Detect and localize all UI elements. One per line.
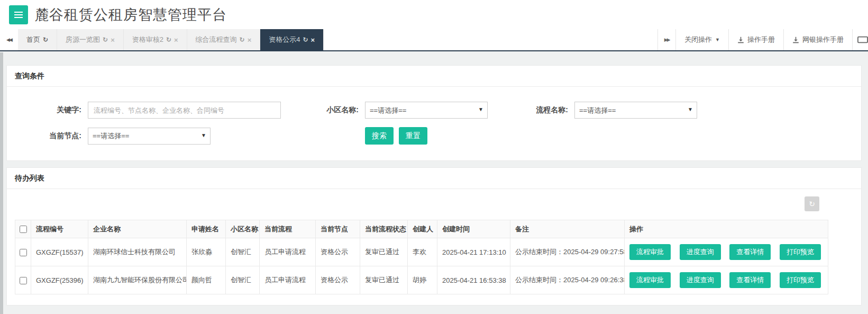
cell-company: 湖南九九智能环保股份有限公司 — [88, 266, 187, 294]
download-icon — [792, 37, 799, 43]
row-checkbox[interactable] — [20, 277, 27, 284]
community-select-wrap: ==请选择== ▼ — [365, 102, 488, 119]
cell-company: 湖南环球信士科技有限公司 — [88, 238, 187, 266]
tab-process-query[interactable]: 综合流程查询 ↻ × — [187, 29, 261, 50]
tab-qualification-publicity-active[interactable]: 资格公示4 ↻ × — [260, 29, 324, 50]
keyword-label: 关键字: — [15, 105, 88, 115]
todo-table: 流程编号 企业名称 申请姓名 小区名称 当前流程 当前节点 当前流程状态 创建人… — [15, 220, 828, 294]
refresh-tab-icon[interactable]: ↻ — [166, 36, 171, 43]
cell-code: GXGZF(25396) — [31, 266, 88, 294]
tabs-scroll-right-icon[interactable]: ▶▶ — [657, 29, 675, 50]
print-preview-button[interactable]: 打印预览 — [780, 244, 821, 260]
tab-label: 房源一览图 — [66, 35, 100, 44]
todo-panel: 待办列表 ↻ 流程编号 企业名称 申请姓名 — [6, 167, 862, 306]
query-form: 关键字: 小区名称: ==请选择== ▼ 流程名称: ==请选择== ▼ 当前节… — [7, 87, 861, 160]
cell-status: 复审已通过 — [360, 266, 408, 294]
cell-created: 2025-04-21 17:13:10 — [437, 238, 510, 266]
page-title: 麓谷租赁公租房智慧管理平台 — [34, 5, 227, 24]
hamburger-icon — [14, 12, 23, 13]
col-creator: 创建人 — [408, 220, 437, 238]
tabs-scroll-left-icon[interactable]: ◀◀ — [0, 29, 18, 50]
table-row: GXGZF(15537) 湖南环球信士科技有限公司 张欣淼 创智汇 员工申请流程… — [15, 238, 828, 266]
view-details-button[interactable]: 查看详情 — [729, 244, 771, 260]
cell-creator: 李欢 — [408, 238, 437, 266]
col-company: 企业名称 — [88, 220, 187, 238]
cell-flow: 员工申请流程 — [260, 266, 316, 294]
close-tab-icon[interactable]: × — [248, 36, 252, 44]
download-icon — [737, 37, 744, 43]
tab-home[interactable]: 首页 ↻ — [18, 29, 57, 50]
todo-panel-title: 待办列表 — [7, 168, 861, 189]
col-community: 小区名称 — [226, 220, 260, 238]
col-code: 流程编号 — [31, 220, 88, 238]
cell-code: GXGZF(15537) — [31, 238, 88, 266]
community-select[interactable]: ==请选择== — [365, 102, 488, 119]
hamburger-menu-button[interactable] — [9, 5, 28, 24]
refresh-tab-icon[interactable]: ↻ — [240, 36, 245, 43]
cell-node: 资格公示 — [316, 266, 360, 294]
cell-applicant: 张欣淼 — [187, 238, 226, 266]
col-flow: 当前流程 — [260, 220, 316, 238]
print-preview-button[interactable]: 打印预览 — [780, 272, 821, 288]
tab-label: 综合流程查询 — [196, 35, 237, 44]
refresh-list-button[interactable]: ↻ — [805, 196, 819, 211]
left-edge-strip — [0, 52, 3, 314]
process-name-label: 流程名称: — [491, 105, 574, 115]
cell-remark: 公示结束时间：2025-04-29 09:27:58 — [510, 238, 625, 266]
close-operations-dropdown[interactable]: 关闭操作 ▼ — [675, 29, 728, 50]
tab-qualification-review[interactable]: 资格审核2 ↻ × — [124, 29, 187, 50]
tab-toolbar: ▶▶ 关闭操作 ▼ 操作手册 网银操作手册 — [657, 29, 868, 50]
col-applicant: 申请姓名 — [187, 220, 226, 238]
cell-creator: 胡婷 — [408, 266, 437, 294]
refresh-icon: ↻ — [809, 200, 815, 208]
close-tab-icon[interactable]: × — [174, 36, 178, 44]
progress-query-button[interactable]: 进度查询 — [680, 244, 721, 260]
process-select-wrap: ==请选择== ▼ — [574, 102, 697, 119]
tab-label: 资格公示4 — [269, 35, 300, 44]
tab-label: 资格审核2 — [132, 35, 163, 44]
col-status: 当前流程状态 — [360, 220, 408, 238]
chevron-down-icon: ▼ — [715, 37, 720, 42]
approve-flow-button[interactable]: 流程审批 — [629, 244, 671, 260]
search-button[interactable]: 搜索 — [365, 127, 394, 145]
close-tab-icon[interactable]: × — [111, 36, 115, 44]
table-header-row: 流程编号 企业名称 申请姓名 小区名称 当前流程 当前节点 当前流程状态 创建人… — [15, 220, 828, 238]
refresh-tab-icon[interactable]: ↻ — [103, 36, 108, 43]
tab-label: 首页 — [26, 35, 40, 44]
approve-flow-button[interactable]: 流程审批 — [629, 272, 671, 288]
current-node-select[interactable]: ==请选择== — [88, 128, 211, 145]
node-select-wrap: ==请选择== ▼ — [88, 128, 211, 145]
app-header: 麓谷租赁公租房智慧管理平台 — [0, 0, 868, 29]
cell-applicant: 颜向哲 — [187, 266, 226, 294]
reset-button[interactable]: 重置 — [399, 127, 427, 145]
refresh-tab-icon[interactable]: ↻ — [303, 36, 308, 43]
view-details-button[interactable]: 查看详情 — [729, 272, 771, 288]
current-node-label: 当前节点: — [15, 131, 88, 141]
col-created: 创建时间 — [437, 220, 510, 238]
tab-housing-overview[interactable]: 房源一览图 ↻ × — [57, 29, 124, 50]
select-all-checkbox[interactable] — [20, 226, 27, 233]
toolbar-partial-icon[interactable] — [852, 29, 868, 50]
cell-community: 创智汇 — [226, 238, 260, 266]
col-node: 当前节点 — [316, 220, 360, 238]
cell-community: 创智汇 — [226, 266, 260, 294]
col-actions: 操作 — [625, 220, 828, 238]
process-select[interactable]: ==请选择== — [574, 102, 697, 119]
community-label: 小区名称: — [285, 105, 365, 115]
cell-flow: 员工申请流程 — [260, 238, 316, 266]
progress-query-button[interactable]: 进度查询 — [680, 272, 721, 288]
row-checkbox[interactable] — [20, 249, 27, 256]
col-remark: 备注 — [510, 220, 625, 238]
query-panel-title: 查询条件 — [7, 66, 861, 87]
query-panel: 查询条件 关键字: 小区名称: ==请选择== ▼ 流程名称: ==请选择== … — [6, 65, 862, 161]
cell-remark: 公示结束时间：2025-04-29 09:26:38 — [510, 266, 625, 294]
operation-manual-button[interactable]: 操作手册 — [728, 29, 783, 50]
cell-status: 复审已通过 — [360, 238, 408, 266]
close-tab-icon[interactable]: × — [311, 36, 315, 44]
keyword-input[interactable] — [88, 102, 281, 119]
bank-manual-button[interactable]: 网银操作手册 — [783, 29, 852, 50]
tab-bar: ◀◀ 首页 ↻ 房源一览图 ↻ × 资格审核2 ↻ × 综合流程查询 ↻ × 资… — [0, 29, 868, 51]
refresh-tab-icon[interactable]: ↻ — [43, 36, 48, 43]
cell-created: 2025-04-21 16:53:38 — [437, 266, 510, 294]
table-row: GXGZF(25396) 湖南九九智能环保股份有限公司 颜向哲 创智汇 员工申请… — [15, 266, 828, 294]
